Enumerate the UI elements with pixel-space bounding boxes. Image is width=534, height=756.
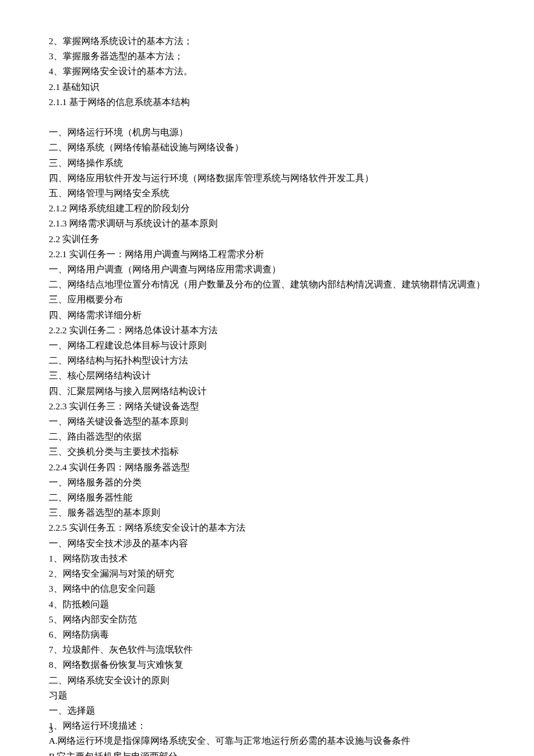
text-line: 二、网络结构与拓扑构型设计方法	[49, 353, 485, 368]
text-line: 二、路由器选型的依据	[49, 429, 485, 444]
text-line: 二、网络服务器性能	[49, 490, 485, 505]
text-line: 3、掌握服务器选型的基本方法；	[49, 49, 485, 64]
text-line: 2.1.3 网络需求调研与系统设计的基本原则	[49, 216, 485, 231]
text-line: 2.2.4 实训任务四：网络服务器选型	[49, 460, 485, 475]
text-line: 三、核心层网络结构设计	[49, 368, 485, 383]
text-line: 四、网络应用软件开发与运行环境（网络数据库管理系统与网络软件开发工具）	[49, 171, 485, 186]
text-line: 2、网络安全漏洞与对策的研究	[49, 566, 485, 581]
text-line: 三、交换机分类与主要技术指标	[49, 444, 485, 459]
text-line: 五、网络管理与网络安全系统	[49, 186, 485, 201]
text-line: 一、选择题	[49, 703, 485, 718]
text-line: 2.1.2 网络系统组建工程的阶段划分	[49, 201, 485, 216]
text-line: 2.2.2 实训任务二：网络总体设计基本方法	[49, 323, 485, 338]
page-number: 3	[49, 722, 53, 737]
text-line: 三、应用概要分布	[49, 292, 485, 307]
text-line: 二、网络结点地理位置分布情况（用户数量及分布的位置、建筑物内部结构情况调查、建筑…	[49, 277, 485, 292]
text-line: 2.2.3 实训任务三：网络关键设备选型	[49, 399, 485, 414]
text-line: 8、网络数据备份恢复与灾难恢复	[49, 657, 485, 672]
text-line: 2.2.1 实训任务一：网络用户调查与网络工程需求分析	[49, 247, 485, 262]
text-line: 一、网络关键设备选型的基本原则	[49, 414, 485, 429]
text-line: 4、掌握网络安全设计的基本方法。	[49, 64, 485, 79]
document-body: 2、掌握网络系统设计的基本方法； 3、掌握服务器选型的基本方法； 4、掌握网络安…	[49, 34, 485, 756]
text-line: 6、网络防病毒	[49, 627, 485, 642]
text-line: 二、网络系统（网络传输基础设施与网络设备）	[49, 140, 485, 155]
text-line: 2.1 基础知识	[49, 80, 485, 95]
text-line: 习题	[49, 688, 485, 703]
text-line: 四、网络需求详细分析	[49, 308, 485, 323]
text-line: 一、网络运行环境（机房与电源）	[49, 125, 485, 140]
text-line: 二、网络系统安全设计的原则	[49, 673, 485, 688]
text-line: 三、服务器选型的基本原则	[49, 505, 485, 520]
text-line: 一、网络工程建设总体目标与设计原则	[49, 338, 485, 353]
text-line: 2.1.1 基于网络的信息系统基本结构	[49, 95, 485, 110]
text-line: 7、垃圾邮件、灰色软件与流氓软件	[49, 642, 485, 657]
text-line: 2、掌握网络系统设计的基本方法；	[49, 34, 485, 49]
text-line: 1、网络防攻击技术	[49, 551, 485, 566]
text-line: 5、网络内部安全防范	[49, 612, 485, 627]
blank-line	[49, 110, 485, 125]
text-line: 三、网络操作系统	[49, 156, 485, 171]
text-line: 2.2.5 实训任务五：网络系统安全设计的基本方法	[49, 520, 485, 535]
text-line: B.它主要包括机房与电源两部分	[49, 749, 485, 756]
text-line: 一、网络安全技术涉及的基本内容	[49, 536, 485, 551]
text-line: 3、网络中的信息安全问题	[49, 581, 485, 596]
text-line: A.网络运行环境是指保障网络系统安全、可靠与正常地运行所必需的基本设施与设备条件	[49, 733, 485, 748]
text-line: 一、网络服务器的分类	[49, 475, 485, 490]
text-line: 一、网络用户调查（网络用户调查与网络应用需求调查）	[49, 262, 485, 277]
text-line: 2.2 实训任务	[49, 232, 485, 247]
text-line: 4、防抵赖问题	[49, 597, 485, 612]
text-line: 1、网络运行环境描述：	[49, 718, 485, 733]
text-line: 四、汇聚层网络与接入层网络结构设计	[49, 384, 485, 399]
